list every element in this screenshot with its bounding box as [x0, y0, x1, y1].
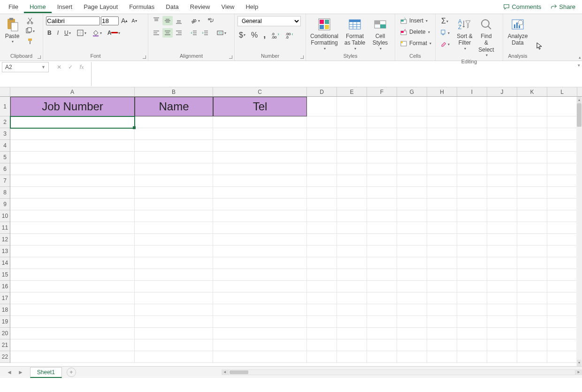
alignment-launcher[interactable]: [228, 54, 233, 59]
cell[interactable]: [487, 269, 517, 281]
cell[interactable]: [135, 246, 213, 257]
cell[interactable]: [457, 281, 487, 292]
cell[interactable]: [10, 187, 135, 199]
cell[interactable]: [427, 210, 457, 222]
cell[interactable]: [547, 351, 577, 363]
cell[interactable]: [337, 339, 367, 351]
cell[interactable]: [367, 140, 397, 152]
cell[interactable]: [135, 269, 213, 281]
cell[interactable]: [10, 222, 135, 234]
cell[interactable]: [487, 222, 517, 234]
cell[interactable]: [337, 175, 367, 187]
cell[interactable]: [397, 316, 427, 328]
cell[interactable]: [213, 152, 307, 163]
orientation-button[interactable]: ab▾: [189, 16, 201, 25]
add-sheet-button[interactable]: +: [67, 368, 76, 377]
tab-view[interactable]: View: [215, 0, 240, 13]
clear-button[interactable]: ▾: [438, 39, 451, 49]
scroll-right-button[interactable]: ►: [575, 369, 582, 375]
cell[interactable]: [135, 292, 213, 304]
cell[interactable]: [10, 339, 135, 351]
cell[interactable]: [427, 222, 457, 234]
cell[interactable]: [517, 199, 547, 210]
find-select-button[interactable]: Find & Select▾: [476, 16, 496, 59]
cell[interactable]: [307, 351, 337, 363]
scroll-down-button[interactable]: ▾: [577, 360, 582, 366]
cell[interactable]: [487, 128, 517, 140]
sort-filter-button[interactable]: AZ Sort & Filter▾: [455, 16, 475, 52]
cell[interactable]: [307, 281, 337, 292]
row-header[interactable]: 7: [0, 175, 10, 187]
font-size-select[interactable]: [101, 16, 119, 25]
cell[interactable]: [307, 328, 337, 339]
clipboard-launcher[interactable]: [37, 54, 41, 59]
cell[interactable]: [457, 97, 487, 116]
cell[interactable]: [547, 187, 577, 199]
cell[interactable]: [397, 328, 427, 339]
cell[interactable]: [487, 210, 517, 222]
row-header[interactable]: 22: [0, 351, 10, 363]
cell[interactable]: [427, 116, 457, 128]
cell[interactable]: [487, 152, 517, 163]
cell[interactable]: [307, 140, 337, 152]
cell[interactable]: [307, 269, 337, 281]
cell[interactable]: [547, 210, 577, 222]
underline-button[interactable]: U▾: [63, 29, 72, 37]
cell[interactable]: [397, 116, 427, 128]
cell[interactable]: [397, 128, 427, 140]
cell[interactable]: [307, 128, 337, 140]
column-headers[interactable]: ABCDEFGHIJKL: [10, 87, 582, 97]
number-launcher[interactable]: [299, 54, 304, 59]
cell[interactable]: [135, 351, 213, 363]
tab-review[interactable]: Review: [184, 0, 216, 13]
cell[interactable]: [10, 234, 135, 246]
cell[interactable]: [135, 187, 213, 199]
cell[interactable]: [547, 128, 577, 140]
cell[interactable]: [307, 97, 337, 116]
cell[interactable]: [367, 269, 397, 281]
cell[interactable]: [397, 246, 427, 257]
cell[interactable]: [307, 187, 337, 199]
cell[interactable]: [367, 328, 397, 339]
insert-cells-button[interactable]: Insert▾: [398, 16, 429, 25]
cell[interactable]: [10, 269, 135, 281]
cell[interactable]: [427, 316, 457, 328]
cell[interactable]: [367, 97, 397, 116]
cell[interactable]: [547, 116, 577, 128]
cell[interactable]: [213, 140, 307, 152]
cell[interactable]: [213, 222, 307, 234]
row-header[interactable]: 1: [0, 97, 10, 116]
cell[interactable]: [10, 328, 135, 339]
cell[interactable]: [337, 199, 367, 210]
cell[interactable]: [213, 304, 307, 316]
wrap-text-button[interactable]: ab: [206, 16, 216, 25]
cell[interactable]: [427, 199, 457, 210]
row-headers[interactable]: 12345678910111213141516171819202122: [0, 97, 10, 363]
cell[interactable]: [135, 175, 213, 187]
format-painter-button[interactable]: [23, 37, 36, 46]
align-top-button[interactable]: [151, 16, 161, 25]
cell[interactable]: [213, 210, 307, 222]
cell[interactable]: [457, 257, 487, 269]
enter-formula-button[interactable]: ✓: [65, 62, 76, 72]
cell[interactable]: [135, 128, 213, 140]
cell[interactable]: [135, 152, 213, 163]
cell[interactable]: [427, 292, 457, 304]
cell[interactable]: [307, 257, 337, 269]
cell[interactable]: [517, 351, 547, 363]
delete-cells-button[interactable]: Delete▾: [398, 27, 432, 37]
cell[interactable]: [367, 163, 397, 175]
cell[interactable]: [367, 222, 397, 234]
cell[interactable]: [135, 339, 213, 351]
cell[interactable]: [427, 140, 457, 152]
comma-button[interactable]: ,: [262, 29, 267, 41]
cell[interactable]: [517, 128, 547, 140]
cell[interactable]: [10, 199, 135, 210]
cell[interactable]: [547, 292, 577, 304]
cell[interactable]: [457, 116, 487, 128]
column-header[interactable]: F: [367, 87, 397, 96]
cell[interactable]: [213, 351, 307, 363]
font-launcher[interactable]: [142, 54, 146, 59]
cell[interactable]: [367, 316, 397, 328]
cell[interactable]: [337, 116, 367, 128]
